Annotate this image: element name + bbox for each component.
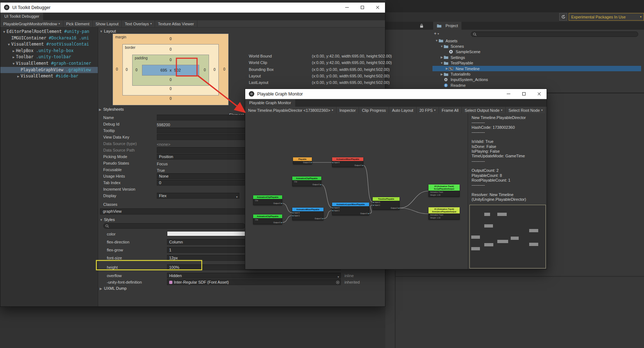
graph-node-1-animation-track[interactable]: #1 [Animation Track]AnimationPlayableOut…: [428, 207, 460, 220]
pane-divider: [395, 271, 396, 348]
project-item-new-timeline[interactable]: ▶New Timeline: [432, 66, 641, 71]
folder-icon: [444, 61, 449, 65]
graph-node-0-activation-track[interactable]: #0 [Activation Track]ScriptPlayableOutpu…: [428, 184, 460, 197]
window-titlebar[interactable]: Playable Graph Monitor: [245, 89, 547, 99]
monitor-tab-bar: Playable Graph Monitor: [245, 99, 547, 107]
collapse-icon[interactable]: ▼: [440, 45, 444, 48]
graph-node-animationlayermixerplayable[interactable]: AnimationLayerMixerPlayableInput 0Input …: [332, 203, 369, 215]
folder-icon: [444, 72, 449, 76]
close-button[interactable]: [531, 89, 547, 99]
dropdown-arrow-icon: ▾: [640, 15, 641, 18]
graph-node-animationclipplayable[interactable]: AnimationClipPlayableClipOutput 0: [253, 195, 282, 205]
playable-graph-canvas[interactable]: PlayableOutput 0ActivationMixerPlayableI…: [245, 113, 468, 269]
output-port-icon[interactable]: [311, 162, 311, 163]
project-item-scenes[interactable]: ▼Scenes: [432, 43, 641, 49]
project-item-settings[interactable]: ▶Settings: [432, 55, 641, 60]
minimap-node: [511, 237, 519, 240]
project-item-label: Assets: [446, 39, 457, 43]
dropdown-arrow-icon: ▾: [434, 109, 436, 112]
graph-node-animationclipplayable[interactable]: AnimationClipPlayableClipOutput 0: [253, 215, 282, 224]
object-picker-icon[interactable]: [336, 281, 339, 284]
minimap-node: [497, 240, 509, 243]
lock-icon[interactable]: [420, 23, 423, 30]
minimap-node: [484, 224, 493, 228]
output-port-icon[interactable]: [281, 222, 282, 223]
minimap-node: [471, 247, 480, 250]
overflow-field[interactable]: Hidden▾: [167, 273, 341, 279]
version-history-button[interactable]: [559, 13, 567, 21]
unity-font-definition-object-field[interactable]: Inter-Regular SDF (Font Asset): [167, 279, 341, 285]
graph-minimap[interactable]: [469, 205, 546, 268]
monitor-toolbar-20-fps[interactable]: 20 FPS▾: [417, 107, 439, 114]
output-port-icon[interactable]: [398, 208, 399, 209]
output-port-icon[interactable]: [281, 203, 282, 204]
project-item-label: TutorialInfo: [451, 72, 471, 76]
dropdown-arrow-icon: ▾: [438, 32, 439, 35]
project-item-tutorialinfo[interactable]: ▶TutorialInfo: [432, 71, 641, 77]
project-item-label: Settings: [451, 55, 465, 60]
collapse-icon[interactable]: ▼: [435, 39, 439, 42]
unity-app-icon: [249, 91, 254, 97]
monitor-toolbar-inspector[interactable]: Inspector: [336, 107, 359, 114]
project-item-testplayable[interactable]: ▼TestPlayable: [432, 60, 641, 66]
project-item-samplescene[interactable]: SampleScene: [432, 49, 641, 55]
input-port-icon[interactable]: [333, 162, 333, 163]
output-port-icon[interactable]: [362, 165, 363, 166]
monitor-toolbar-clip-progress[interactable]: Clip Progress: [359, 107, 389, 114]
expand-icon[interactable]: ▶: [440, 56, 444, 59]
project-item-readme[interactable]: Readme: [432, 82, 641, 88]
graph-node-timelineplayable[interactable]: TimelinePlayableInput 0Input 1Output 0: [373, 197, 400, 210]
project-item-label: InputSystem_Actions: [451, 77, 488, 82]
graph-node-animationmixerplayable[interactable]: AnimationMixerPlayableInput 0Input 1Outp…: [292, 208, 323, 220]
actions-icon: [444, 77, 449, 82]
input-port-icon[interactable]: [333, 207, 333, 208]
minimap-node: [484, 243, 494, 246]
graph-node-animationclipplayable[interactable]: AnimationClipPlayableClipOutput 0: [292, 177, 321, 186]
project-item-assets[interactable]: ▼Assets: [432, 38, 641, 43]
dropdown-arrow-icon: ▾: [501, 109, 502, 112]
project-search-input[interactable]: [471, 31, 638, 37]
monitor-toolbar-new-timeline-playabledirector-1738002360[interactable]: New Timeline.PlayableDirector <173800236…: [245, 107, 336, 114]
monitor-toolbar-auto-layout[interactable]: Auto Layout: [389, 107, 417, 114]
input-port-icon[interactable]: [293, 215, 293, 216]
uxml-dump-foldout[interactable]: ▶UXML Dump: [100, 286, 127, 290]
graph-node-activationmixerplayable[interactable]: ActivationMixerPlayableInput 0Output 0: [332, 157, 363, 167]
expand-icon[interactable]: ▶: [445, 67, 449, 70]
monitor-toolbar: New Timeline.PlayableDirector <173800236…: [245, 107, 547, 114]
monitor-toolbar-frame-all[interactable]: Frame All: [439, 107, 462, 114]
folder-icon: [437, 24, 442, 28]
monitor-toolbar-select-output-node[interactable]: Select Output Node▾: [462, 107, 506, 114]
input-port-icon[interactable]: [373, 202, 374, 203]
folder-icon: [444, 44, 449, 48]
monitor-toolbar-select-root-node[interactable]: Select Root Node▾: [506, 107, 546, 114]
input-port-icon[interactable]: [293, 212, 293, 213]
output-port-icon[interactable]: [322, 218, 323, 219]
window-title: Playable Graph Monitor: [257, 92, 303, 97]
project-item-inputsystem-actions[interactable]: InputSystem_Actions: [432, 77, 641, 82]
output-port-icon[interactable]: [368, 213, 369, 214]
minimap-node: [471, 235, 480, 239]
project-item-label: Scenes: [451, 44, 464, 48]
maximize-button[interactable]: [516, 89, 531, 99]
tab-playable-graph-monitor[interactable]: Playable Graph Monitor: [245, 99, 295, 107]
monitor-sidebar: New Timeline.PlayableDirector----------H…: [468, 113, 547, 269]
minimap-node: [484, 213, 490, 216]
project-item-label: TestPlayable: [451, 61, 473, 65]
timeline-icon: [449, 67, 454, 71]
output-port-icon[interactable]: [320, 184, 321, 185]
add-asset-button[interactable]: +▾: [434, 31, 439, 37]
graph-node-playable[interactable]: PlayableOutput 0: [293, 157, 312, 164]
font-asset-icon: [169, 281, 172, 284]
input-port-icon[interactable]: [333, 210, 333, 211]
foldout-closed-icon: ▶: [100, 287, 104, 290]
collapse-icon[interactable]: ▼: [440, 61, 444, 65]
director-info-text: New Timeline.PlayableDirector----------H…: [472, 115, 545, 202]
search-icon: [473, 33, 477, 36]
input-port-icon[interactable]: [373, 205, 374, 206]
experimental-packages-button[interactable]: Experimental Packages In Use ▾: [569, 13, 644, 21]
expand-icon[interactable]: ▶: [440, 73, 444, 76]
minimize-button[interactable]: [501, 89, 516, 99]
playable-graph-monitor-window: Playable Graph Monitor Playable Graph Mo…: [245, 89, 547, 270]
tab-project[interactable]: Project: [433, 22, 461, 30]
style-origin-label: inline: [344, 273, 354, 278]
